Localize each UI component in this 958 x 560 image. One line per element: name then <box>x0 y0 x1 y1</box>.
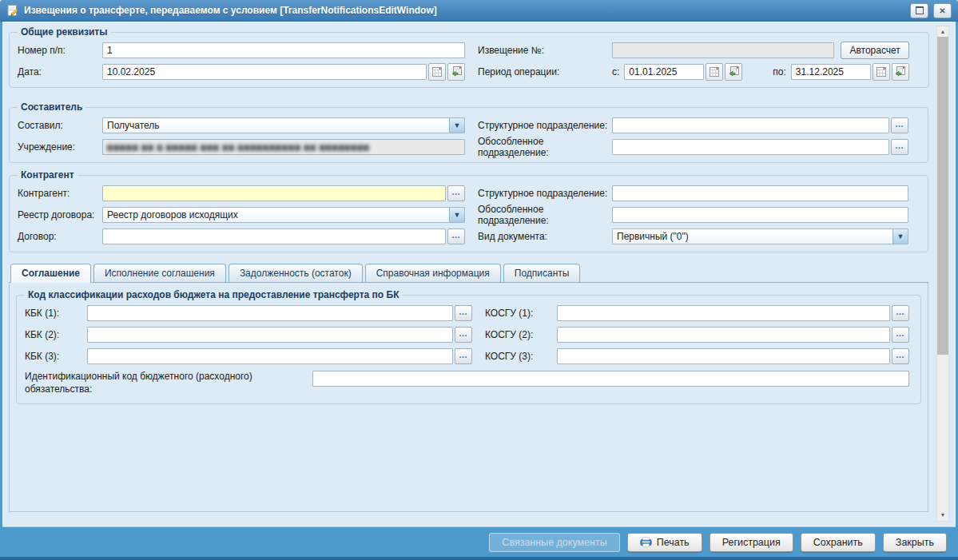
period-from-today-button[interactable] <box>725 63 742 81</box>
tab-agreement[interactable]: Соглашение <box>10 264 91 283</box>
counterparty-input[interactable] <box>102 185 446 201</box>
transfer-notification-edit-window: Извещения о трансферте, передаваемом с у… <box>0 0 958 560</box>
autocalc-button[interactable]: Авторасчет <box>841 42 908 59</box>
kbk1-lookup-button[interactable]: … <box>455 305 472 321</box>
scroll-down-icon[interactable]: ▼ <box>937 510 948 520</box>
calendar-icon <box>432 67 442 77</box>
kosgu3-lookup-button[interactable]: … <box>892 348 909 364</box>
kbk3-input[interactable] <box>87 348 453 364</box>
kosgu3-input[interactable] <box>557 348 890 364</box>
doc-type-label: Вид документа: <box>478 231 612 242</box>
author-section-legend: Составитель <box>18 101 85 113</box>
period-from-label: с: <box>612 66 619 77</box>
tab-strip: Соглашение Исполнение соглашения Задолже… <box>9 264 928 283</box>
kosgu1-input[interactable] <box>557 305 890 321</box>
cp-separate-unit-label: Обособленное подразделение: <box>478 204 612 226</box>
number-input[interactable] <box>102 42 465 58</box>
chevron-down-icon[interactable]: ▼ <box>892 229 908 244</box>
operation-period-label: Период операции: <box>478 66 612 77</box>
tab-agreement-execution[interactable]: Исполнение соглашения <box>93 264 226 282</box>
period-to-today-button[interactable] <box>892 63 909 81</box>
edit-document-icon <box>6 4 19 17</box>
kbk3-lookup-button[interactable]: … <box>455 348 472 364</box>
counterparty-section-legend: Контрагент <box>18 169 78 181</box>
general-section: Общие реквизиты Номер п/п: Извещение №: … <box>9 26 929 88</box>
institution-redacted-value: ▆▆▆▆▆ ▆▆ ▆ ▆▆▆▆▆ ▆▆▆ ▆▆ ▆▆▆▆▆▆▆▆▆▆ ▆▆ ▆▆… <box>107 143 370 151</box>
period-to-input[interactable] <box>791 64 871 80</box>
institution-field: ▆▆▆▆▆ ▆▆ ▆ ▆▆▆▆▆ ▆▆▆ ▆▆ ▆▆▆▆▆▆▆▆▆▆ ▆▆ ▆▆… <box>102 139 465 155</box>
period-from-calendar-button[interactable] <box>706 63 723 81</box>
close-icon: ✕ <box>939 6 945 15</box>
composer-value: Получатель <box>103 118 449 133</box>
counterparty-lookup-button[interactable]: … <box>447 185 465 201</box>
footer-toolbar: Связанные документы Печать Регистрация С… <box>0 527 958 557</box>
contract-registry-value: Реестр договоров исходящих <box>103 208 449 222</box>
vertical-scrollbar[interactable]: ▲ ▼ <box>936 26 949 522</box>
date-calendar-button[interactable] <box>428 63 446 81</box>
chevron-down-icon[interactable]: ▼ <box>449 208 464 222</box>
close-button[interactable]: ✕ <box>933 3 952 18</box>
related-documents-button: Связанные документы <box>489 533 619 552</box>
close-window-button[interactable]: Закрыть <box>883 533 947 552</box>
kbk1-label: КБК (1): <box>25 308 87 319</box>
maximize-button[interactable] <box>910 3 928 18</box>
kosgu2-input[interactable] <box>557 327 890 343</box>
contract-registry-label: Реестр договора: <box>18 209 102 220</box>
author-structural-unit-lookup-button[interactable]: … <box>891 117 908 133</box>
print-button[interactable]: Печать <box>627 533 702 552</box>
notice-number-input <box>612 42 834 58</box>
chevron-down-icon[interactable]: ▼ <box>449 118 464 133</box>
author-separate-unit-lookup-button[interactable]: … <box>891 139 908 155</box>
title-bar: Извещения о трансферте, передаваемом с у… <box>0 0 958 22</box>
classification-section-legend: Код классификации расходов бюджета на пр… <box>25 289 402 300</box>
cp-structural-unit-label: Структурное подразделение: <box>478 188 612 199</box>
doc-type-value: Первичный ("0") <box>613 229 892 244</box>
period-from-input[interactable] <box>624 64 704 80</box>
budget-obligation-id-input[interactable] <box>312 371 909 387</box>
doc-type-select[interactable]: Первичный ("0") ▼ <box>612 228 908 244</box>
kbk2-label: КБК (2): <box>25 329 87 340</box>
kbk2-lookup-button[interactable]: … <box>455 327 472 343</box>
tab-reference-info[interactable]: Справочная информация <box>365 264 501 282</box>
register-button[interactable]: Регистрация <box>710 533 793 552</box>
date-input[interactable] <box>102 64 427 80</box>
printer-icon <box>640 536 652 548</box>
calendar-today-icon <box>895 66 905 77</box>
maximize-icon <box>916 6 924 14</box>
kosgu1-lookup-button[interactable]: … <box>892 305 909 321</box>
date-label: Дата: <box>18 66 102 77</box>
counterparty-label: Контрагент: <box>18 188 102 199</box>
notice-number-label: Извещение №: <box>478 45 612 56</box>
period-to-calendar-button[interactable] <box>873 63 890 81</box>
author-structural-unit-input[interactable] <box>612 117 889 133</box>
kosgu3-label: КОСГУ (3): <box>485 351 557 362</box>
save-button[interactable]: Сохранить <box>801 533 876 552</box>
agreement-tab-panel: Код классификации расходов бюджета на пр… <box>9 283 928 512</box>
cp-structural-unit-input[interactable] <box>612 185 908 201</box>
date-today-button[interactable] <box>447 63 465 81</box>
author-structural-unit-label: Структурное подразделение: <box>478 120 612 131</box>
kbk1-input[interactable] <box>87 305 453 321</box>
cp-separate-unit-input[interactable] <box>612 207 908 223</box>
print-button-label: Печать <box>657 537 690 548</box>
composer-select[interactable]: Получатель ▼ <box>102 117 465 133</box>
calendar-today-icon <box>729 66 739 77</box>
contract-lookup-button[interactable]: … <box>447 228 465 244</box>
author-section: Составитель Составил: Получатель ▼ Струк… <box>9 101 928 163</box>
author-separate-unit-input[interactable] <box>612 139 889 155</box>
contract-registry-select[interactable]: Реестр договоров исходящих ▼ <box>102 207 465 223</box>
kbk3-label: КБК (3): <box>25 351 87 362</box>
kosgu2-label: КОСГУ (2): <box>485 329 557 340</box>
number-label: Номер п/п: <box>18 45 102 56</box>
scroll-up-icon[interactable]: ▲ <box>937 27 948 37</box>
tab-signatories[interactable]: Подписанты <box>503 264 581 282</box>
institution-label: Учреждение: <box>18 141 102 153</box>
kbk2-input[interactable] <box>87 327 453 343</box>
kosgu1-label: КОСГУ (1): <box>485 308 557 319</box>
form-body: Общие реквизиты Номер п/п: Извещение №: … <box>2 22 956 527</box>
contract-input[interactable] <box>102 228 446 244</box>
window-title: Извещения о трансферте, передаваемом с у… <box>24 5 905 16</box>
scrollbar-thumb[interactable] <box>937 37 948 355</box>
tab-debt-balance[interactable]: Задолженность (остаток) <box>229 264 363 282</box>
kosgu2-lookup-button[interactable]: … <box>892 327 909 343</box>
